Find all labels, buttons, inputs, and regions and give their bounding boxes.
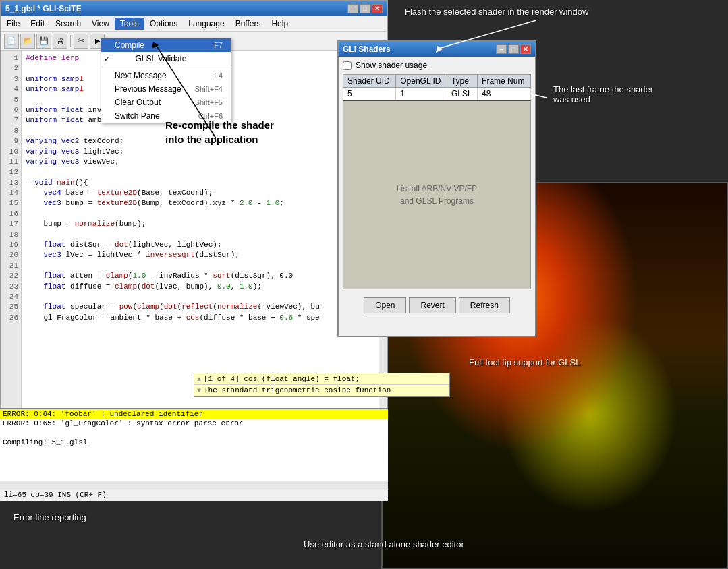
- col-frame-num: Frame Num: [478, 75, 531, 88]
- code-line: vec4 base = texture2D(Base, texCoord);: [26, 188, 374, 198]
- annotation-tooltip: Full tool tip support for GLSL: [469, 357, 580, 367]
- clear-output-shortcut: Shift+F5: [195, 98, 223, 107]
- code-line: [26, 292, 374, 302]
- tooltip-row-1: ▲ [1 of 4] cos (float angle) = float;: [194, 373, 449, 385]
- code-line: varying vec3 lightVec;: [26, 147, 374, 157]
- code-line: [26, 261, 374, 271]
- gli-shaders-window: GLI Shaders – □ ✕ Show shader usage Shad…: [337, 40, 536, 337]
- tools-dropdown: Compile F7 ✓ GLSL Validate Next Message …: [101, 38, 231, 123]
- annotation-flash-shader: Flash the selected shader in the render …: [405, 7, 588, 17]
- gli-titlebar: GLI Shaders – □ ✕: [339, 42, 535, 57]
- code-line: float distSqr = dot(lightVec, lightVec);: [26, 240, 374, 250]
- dropdown-sep-1: [101, 67, 231, 67]
- code-line: [26, 167, 374, 177]
- cell-uid: 5: [343, 88, 396, 100]
- toolbar-sep-1: [70, 35, 71, 47]
- gli-list-label: List all ARB/NV VP/FPand GLSL Programs: [397, 183, 477, 207]
- open-button[interactable]: 📂: [20, 34, 35, 49]
- editor-title: 5_1.glsl * GLI-SciTE: [5, 4, 82, 13]
- gli-show-shader-checkbox[interactable]: [343, 61, 352, 70]
- tooltip-popup: ▲ [1 of 4] cos (float angle) = float; ▼ …: [194, 373, 450, 397]
- output-error-2: ERROR: 0:65: 'gl_FragColor' : syntax err…: [0, 419, 388, 428]
- menu-file[interactable]: File: [1, 18, 25, 30]
- code-line: vec3 bump = texture2D(Bump, texCoord).xy…: [26, 198, 374, 208]
- menu-tools[interactable]: Tools: [115, 18, 144, 30]
- menu-clear-output[interactable]: Clear Output Shift+F5: [101, 96, 231, 109]
- gli-buttons: Open Revert Refresh: [339, 293, 535, 318]
- menu-edit[interactable]: Edit: [25, 18, 50, 30]
- menu-next-message[interactable]: Next Message F4: [101, 69, 231, 82]
- menu-prev-message[interactable]: Previous Message Shift+F4: [101, 82, 231, 96]
- next-message-label: Next Message: [115, 71, 167, 80]
- menu-buffers[interactable]: Buffers: [230, 18, 267, 30]
- col-opengl-id: OpenGL ID: [396, 75, 447, 88]
- save-button[interactable]: 💾: [36, 34, 51, 49]
- glsl-validate-label: GLSL Validate: [135, 54, 186, 63]
- gli-max-button[interactable]: □: [508, 44, 519, 54]
- menu-options[interactable]: Options: [144, 18, 183, 30]
- revert-button[interactable]: Revert: [409, 297, 455, 313]
- prev-message-shortcut: Shift+F4: [195, 85, 223, 93]
- output-error-1: ERROR: 0:64: 'foobar' : undeclared ident…: [0, 409, 388, 419]
- prev-message-label: Previous Message: [115, 84, 181, 94]
- code-line: [26, 209, 374, 219]
- tooltip-down-arrow: ▼: [197, 387, 201, 394]
- gli-min-button[interactable]: –: [496, 44, 507, 54]
- code-line: vec3 lVec = lightVec * inversesqrt(distS…: [26, 250, 374, 260]
- gli-title: GLI Shaders: [343, 44, 391, 54]
- maximize-button[interactable]: □: [360, 4, 370, 13]
- code-line: varying vec3 viewVec;: [26, 157, 374, 167]
- code-line: float specular = pow(clamp(dot(reflect(n…: [26, 302, 374, 312]
- annotation-recompile: Re-compile the shaderinto the applicatio…: [165, 118, 274, 146]
- minimize-button[interactable]: –: [347, 4, 358, 13]
- output-pane: ERROR: 0:64: 'foobar' : undeclared ident…: [0, 408, 388, 489]
- col-type: Type: [447, 75, 477, 88]
- table-row[interactable]: 5 1 GLSL 48: [343, 88, 531, 100]
- cell-opengl-id: 1: [396, 88, 447, 100]
- output-scrollbar-h[interactable]: [0, 481, 388, 489]
- clear-output-label: Clear Output: [115, 98, 161, 107]
- code-line: bump = normalize(bump);: [26, 219, 374, 229]
- close-button[interactable]: ✕: [372, 4, 383, 13]
- output-compiling: Compiling: 5_1.glsl: [0, 438, 388, 447]
- gli-shader-table: Shader UID OpenGL ID Type Frame Num 5 1 …: [343, 74, 531, 100]
- gli-show-shader-row: Show shader usage: [343, 61, 531, 70]
- code-line: float atten = clamp(1.0 - invRadius * sq…: [26, 271, 374, 281]
- gli-window-controls: – □ ✕: [496, 44, 531, 54]
- cell-type: GLSL: [447, 88, 477, 100]
- code-line: - void main(){: [26, 178, 374, 188]
- tooltip-sig: [1 of 4] cos (float angle) = float;: [204, 375, 360, 383]
- menu-search[interactable]: Search: [50, 18, 86, 30]
- gli-body: Show shader usage Shader UID OpenGL ID T…: [339, 57, 535, 293]
- output-blank: [0, 428, 388, 438]
- next-message-shortcut: F4: [214, 71, 223, 80]
- print-button[interactable]: 🖨: [53, 34, 67, 49]
- menu-help[interactable]: Help: [266, 18, 293, 30]
- code-line: float diffuse = clamp(dot(lVec, bump), 0…: [26, 282, 374, 292]
- menu-compile[interactable]: Compile F7: [101, 38, 231, 52]
- gli-show-shader-label: Show shader usage: [356, 61, 427, 70]
- menu-glsl-validate[interactable]: ✓ GLSL Validate: [101, 52, 231, 65]
- status-text: li=65 co=39 INS (CR+ F): [4, 491, 107, 499]
- tooltip-desc: The standard trigonometric cosine functi…: [204, 386, 395, 394]
- editor-titlebar: 5_1.glsl * GLI-SciTE – □ ✕: [1, 1, 387, 16]
- annotation-last-frame: The last frame the shaderwas used: [553, 84, 653, 104]
- tooltip-row-2: ▼ The standard trigonometric cosine func…: [194, 385, 449, 396]
- gli-list-area: List all ARB/NV VP/FPand GLSL Programs: [343, 100, 531, 289]
- menu-view[interactable]: View: [86, 18, 115, 30]
- menubar: File Edit Search View Tools Options Lang…: [1, 16, 387, 32]
- annotation-error-reporting: Error line reporting: [13, 512, 86, 522]
- cut-button[interactable]: ✂: [74, 34, 88, 49]
- refresh-button[interactable]: Refresh: [459, 297, 510, 313]
- status-bar: li=65 co=39 INS (CR+ F): [0, 489, 388, 501]
- gli-close-button[interactable]: ✕: [520, 44, 531, 54]
- compile-label: Compile: [115, 40, 144, 50]
- code-line: [26, 230, 374, 240]
- cell-frame-num: 48: [478, 88, 531, 100]
- menu-language[interactable]: Language: [183, 18, 229, 30]
- switch-pane-label: Switch Pane: [115, 111, 160, 121]
- new-button[interactable]: 📄: [4, 34, 19, 49]
- annotation-standalone: Use editor as a stand alone shader edito…: [304, 539, 464, 549]
- open-button[interactable]: Open: [364, 297, 406, 313]
- checkmark-icon: ✓: [104, 55, 110, 63]
